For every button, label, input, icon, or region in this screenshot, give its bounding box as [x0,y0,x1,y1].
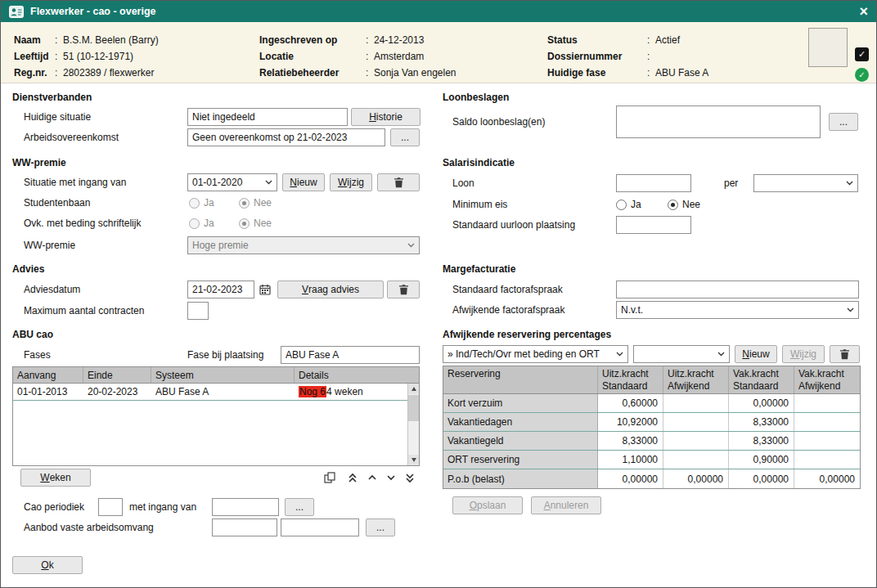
ww-premie-value: Hoge premie [192,240,407,251]
table-row[interactable]: 01-01-2013 20-02-2023 ABU Fase A Nog 64 … [13,384,407,401]
ovk-ja-radio[interactable] [189,218,200,229]
per-select[interactable] [753,174,858,192]
table-row[interactable]: Kort verzuim 0,60000 0,00000 [443,394,860,413]
cell-value: 0,00000 [598,469,663,488]
vraag-advies-button[interactable]: Vraag advies [277,281,384,298]
cao-periodiek-label: Cao periodiek [24,501,84,513]
ww-wijzig-button[interactable]: Wijzig [330,173,372,191]
ww-premie-select[interactable]: Hoge premie [187,236,420,254]
column-header: Vak.krachtStandaard [729,366,794,393]
saldo-loonbeslag-label: Saldo loonbeslag(en) [452,116,545,128]
cell-value: 0,60000 [598,394,663,412]
double-chevron-up-icon[interactable] [344,469,362,486]
column-header: Uitz.krachtStandaard [598,366,663,393]
section-loonbeslagen: Loonbeslagen [443,92,509,103]
opslaan-button[interactable]: Opslaan [452,496,523,514]
photo-placeholder [808,28,848,67]
adviesdatum-label: Adviesdatum [24,284,80,295]
cell-reservering: Vakantiegeld [443,432,598,450]
fase-bij-plaatsing-input[interactable] [281,346,420,364]
reservering-wijzig-button[interactable]: Wijzig [782,345,825,363]
flag-checkbox[interactable]: ✓ [855,47,869,61]
ok-button[interactable]: Ok [12,556,83,574]
adviesdatum-input[interactable] [187,281,254,298]
double-chevron-down-icon[interactable] [401,469,419,486]
close-icon[interactable]: × [859,4,868,19]
field-label: Status [547,34,647,46]
copy-icon[interactable] [321,469,339,486]
cao-periodiek-input[interactable] [98,498,123,516]
aanbod-input-2[interactable] [281,518,359,536]
cell-aanvang: 01-01-2013 [13,384,83,400]
cell-reservering: ORT reservering [443,451,598,469]
saldo-loonbeslag-input[interactable] [616,105,821,138]
weken-button[interactable]: Weken [20,469,91,487]
table-row[interactable]: Vakantiegeld 8,33000 8,33000 [443,432,860,451]
fases-scrollbar[interactable] [407,384,419,465]
minimum-eis-ja-radio[interactable] [616,200,627,210]
fases-table-body: 01-01-2013 20-02-2023 ABU Fase A Nog 64 … [13,384,407,401]
ovk-ja-label: Ja [204,218,214,229]
reserveringen-table-header: Reservering Uitz.krachtStandaard Uitz.kr… [443,366,860,394]
fases-label: Fases [24,349,51,361]
scroll-up-icon[interactable] [408,384,419,394]
aanbod-more-button[interactable]: ... [366,518,395,536]
field-value: B.S.M. Beelen (Barry) [63,34,159,46]
studentenbaan-nee-radio[interactable] [239,198,250,209]
chevron-down-icon [407,243,415,248]
ovk-nee-radio[interactable] [239,218,250,229]
header-col-3: Status:Actief Dossiernummer: Huidige fas… [547,32,708,81]
huidige-situatie-input[interactable] [187,108,348,126]
loon-label: Loon [452,177,474,189]
section-advies: Advies [12,263,44,275]
reservering-nieuw-button[interactable]: Nieuw [735,345,777,363]
max-contracten-input[interactable] [187,302,209,320]
arbeidsovereenkomst-more-button[interactable]: ... [390,128,420,146]
advies-delete-button[interactable] [387,281,420,298]
status-ok-icon: ✓ [855,68,869,82]
column-header: Systeem [151,367,295,383]
colon: : [366,34,374,46]
reservering-periode-select[interactable] [633,345,730,363]
ww-delete-button[interactable] [377,173,420,191]
cao-periodiek-more-button[interactable]: ... [285,498,314,516]
saldo-more-button[interactable]: ... [829,113,858,131]
cell-value: 0,00000 [794,469,860,488]
loon-input[interactable] [616,174,691,192]
reservering-delete-button[interactable] [830,345,860,363]
scroll-thumb[interactable] [408,395,419,421]
colon: : [55,51,63,62]
colon: : [55,34,63,46]
afwijkende-factorafspraak-label: Afwijkende factorafspraak [452,304,564,316]
scroll-down-icon[interactable] [408,455,419,465]
minimum-eis-nee-radio[interactable] [668,200,678,210]
record-header: Naam:B.S.M. Beelen (Barry) Leeftijd:51 (… [1,22,876,83]
table-row[interactable]: ORT reservering 1,10000 0,90000 [443,451,860,469]
calendar-icon[interactable] [256,281,274,298]
table-row[interactable]: P.o.b (belast) 0,00000 0,00000 0,00000 0… [443,469,860,488]
historie-button[interactable]: Historie [351,108,421,126]
reservering-filter-select[interactable]: » Ind/Tech/Ovr met beding en ORT [443,345,628,363]
per-label: per [724,177,738,189]
chevron-down-icon [846,181,853,186]
chevron-up-icon[interactable] [363,469,381,486]
studentenbaan-ja-radio[interactable] [189,198,200,209]
aanbod-input-1[interactable] [212,518,277,536]
header-col-2: Ingeschreven op:24-12-2013 Locatie:Amste… [259,32,456,81]
factorafspraak-label: Standaard factorafspraak [452,284,563,295]
ww-nieuw-button[interactable]: Nieuw [282,173,325,191]
uurloon-input[interactable] [616,216,691,234]
cell-value [663,413,729,431]
table-row[interactable]: Vakantiedagen 10,92000 8,33000 [443,413,860,432]
cell-value: 8,33000 [729,413,794,431]
arbeidsovereenkomst-input[interactable] [187,128,385,146]
cell-value: 0,00000 [729,394,794,412]
cell-value: 0,00000 [729,469,794,488]
chevron-down-nav-icon[interactable] [382,469,400,486]
afwijkende-factorafspraak-select[interactable]: N.v.t. [616,301,859,319]
factorafspraak-input[interactable] [616,281,859,298]
annuleren-button[interactable]: Annuleren [531,496,601,514]
met-ingang-van-input[interactable] [212,498,279,516]
field-value: 51 (10-12-1971) [63,51,133,62]
situatie-ingang-select[interactable]: 01-01-2020 [187,173,277,191]
